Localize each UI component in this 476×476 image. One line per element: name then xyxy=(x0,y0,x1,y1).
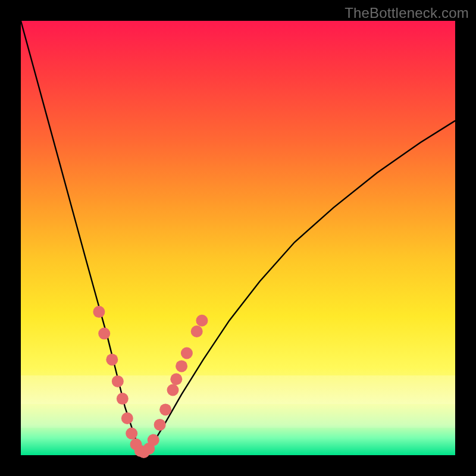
data-dot xyxy=(148,434,159,446)
bottleneck-curve xyxy=(21,21,455,453)
data-dot xyxy=(191,325,203,337)
data-dot xyxy=(181,347,193,359)
data-dot xyxy=(112,375,124,387)
data-dots xyxy=(93,306,208,458)
data-dot xyxy=(154,419,166,431)
data-dot xyxy=(117,393,129,405)
outer-frame: TheBottleneck.com xyxy=(0,0,476,476)
data-dot xyxy=(98,328,110,340)
data-dot xyxy=(170,373,182,385)
data-dot xyxy=(176,360,187,372)
data-dot xyxy=(167,384,179,396)
data-dot xyxy=(159,403,171,415)
chart-overlay xyxy=(21,21,455,455)
data-dot xyxy=(93,306,105,318)
data-dot xyxy=(126,428,137,440)
data-dot xyxy=(106,353,118,365)
watermark-text: TheBottleneck.com xyxy=(345,5,469,21)
data-dot xyxy=(121,412,133,424)
data-dot xyxy=(196,315,208,327)
